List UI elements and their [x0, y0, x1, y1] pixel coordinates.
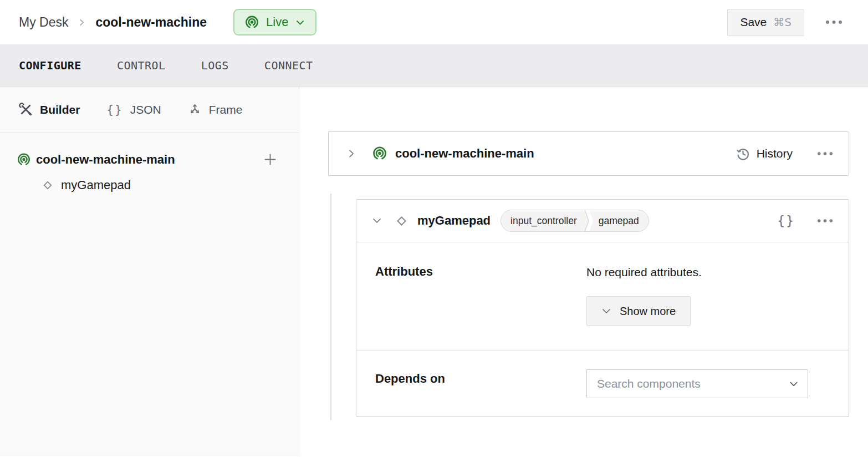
component-title: myGamepad [417, 214, 491, 228]
page-body: Builder {} JSON Frame [0, 87, 868, 456]
tree-item-component[interactable]: myGamepad [17, 178, 278, 192]
tree-guide-line [330, 194, 331, 420]
component-diamond-icon [394, 214, 409, 228]
tree-item-machine-label: cool-new-machine-main [36, 153, 175, 167]
tab-logs[interactable]: LOGS [201, 59, 229, 72]
live-status-label: Live [266, 15, 288, 29]
edit-json-icon[interactable]: {} [777, 214, 795, 228]
mode-builder[interactable]: Builder [19, 103, 80, 116]
tree-item-component-label: myGamepad [61, 178, 131, 192]
attributes-section: Attributes No required attributes. Show … [356, 242, 849, 350]
component-diamond-icon [41, 179, 54, 192]
show-more-button[interactable]: Show more [586, 296, 691, 326]
component-card-header: myGamepad input_controller gamepad {} [356, 200, 849, 242]
breadcrumb-root-link[interactable]: My Desk [19, 15, 68, 30]
save-button[interactable]: Save ⌘S [727, 9, 804, 36]
history-button[interactable]: History [736, 146, 793, 161]
view-mode-switcher: Builder {} JSON Frame [0, 87, 299, 133]
chevron-down-icon[interactable] [370, 214, 384, 228]
main-tab-bar: CONFIGURE CONTROL LOGS CONNECT [0, 45, 868, 87]
component-api-badge: input_controller [501, 215, 584, 227]
machine-part-icon [372, 146, 387, 161]
tree-item-machine[interactable]: cool-new-machine-main [17, 152, 278, 167]
tab-configure[interactable]: CONFIGURE [19, 59, 81, 72]
component-type-badge: input_controller gamepad [501, 210, 649, 232]
mode-frame-label: Frame [209, 103, 243, 116]
depends-on-label: Depends on [356, 351, 586, 417]
depends-on-section: Depends on Search components [356, 350, 849, 417]
chevron-down-icon [788, 378, 799, 389]
add-component-button[interactable] [263, 152, 278, 167]
breadcrumb: My Desk cool-new-machine [19, 15, 207, 30]
mode-builder-label: Builder [40, 103, 80, 116]
machine-card-menu-button[interactable] [816, 148, 834, 159]
broadcast-icon [244, 15, 259, 30]
mode-json[interactable]: {} JSON [106, 103, 161, 116]
save-shortcut-hint: ⌘S [773, 16, 792, 29]
attributes-body: No required attributes. Show more [586, 242, 702, 350]
braces-icon: {} [106, 103, 122, 116]
top-bar: My Desk cool-new-machine Live Save ⌘S [0, 0, 868, 45]
live-status-dropdown[interactable]: Live [233, 9, 316, 35]
depends-on-select[interactable]: Search components [586, 369, 808, 398]
depends-on-placeholder: Search components [597, 377, 701, 390]
show-more-button-label: Show more [620, 305, 676, 318]
badge-chevron-divider-icon [584, 210, 593, 232]
component-card: myGamepad input_controller gamepad {} [356, 199, 849, 417]
tab-connect[interactable]: CONNECT [264, 59, 313, 72]
machine-part-icon [17, 153, 31, 167]
chevron-down-icon [295, 17, 305, 28]
topbar-overflow-menu-button[interactable] [824, 17, 844, 28]
component-model-badge: gamepad [593, 215, 649, 227]
chevron-down-icon [601, 306, 611, 316]
component-tree: cool-new-machine-main myGamepad [0, 133, 299, 192]
config-sidebar: Builder {} JSON Frame [0, 87, 299, 456]
mode-json-label: JSON [130, 103, 161, 116]
history-button-label: History [757, 147, 793, 160]
machine-part-card: cool-new-machine-main History [328, 131, 849, 176]
chevron-right-icon [78, 18, 86, 27]
tab-control[interactable]: CONTROL [117, 59, 166, 72]
config-main-panel: cool-new-machine-main History [299, 87, 868, 456]
component-card-menu-button[interactable] [816, 215, 834, 226]
attributes-empty-text: No required attributes. [586, 266, 702, 279]
chevron-right-icon[interactable] [344, 146, 359, 161]
tools-icon [19, 103, 33, 116]
attributes-label: Attributes [356, 242, 586, 350]
mode-frame[interactable]: Frame [188, 103, 243, 116]
machine-part-title: cool-new-machine-main [395, 146, 534, 161]
save-button-label: Save [740, 16, 767, 29]
history-clock-icon [736, 146, 750, 161]
depends-on-body: Search components [586, 351, 808, 417]
breadcrumb-current: cool-new-machine [95, 15, 207, 30]
frame-axes-icon [188, 103, 202, 116]
